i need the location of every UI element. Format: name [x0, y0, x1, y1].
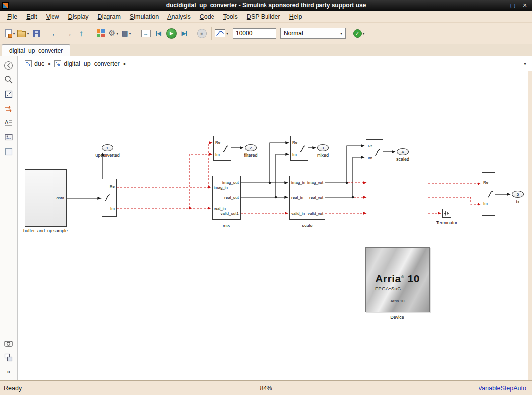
menu-edit[interactable]: Edit [22, 12, 42, 22]
outport-2[interactable]: 2 [245, 144, 257, 151]
block-buffer-and-up-sample[interactable]: data [25, 169, 67, 227]
outport-label: scaled [396, 157, 409, 162]
scope-button[interactable]: ▾ [215, 26, 228, 40]
menu-simulation[interactable]: Simulation [125, 12, 163, 22]
model-explorer-button[interactable]: ▤ ▾ [120, 26, 132, 40]
menu-bar: File Edit View Display Diagram Simulatio… [0, 11, 532, 23]
run-button[interactable]: ▶ [165, 26, 177, 40]
block-terminator[interactable] [442, 209, 451, 218]
signal-route-icon[interactable] [4, 104, 14, 113]
minimize-icon[interactable]: — [497, 2, 504, 9]
callouts-icon[interactable] [4, 352, 14, 362]
tab-bar: digital_up_converter [0, 44, 532, 56]
library-browser-button[interactable] [95, 26, 106, 40]
block-real-imag-to-complex-scaled[interactable]: Re Im [366, 139, 383, 164]
outport-1[interactable]: 1 [102, 144, 113, 151]
menu-analysis[interactable]: Analysis [163, 12, 195, 22]
port-label: real_out [224, 196, 239, 200]
simulation-time-input[interactable] [233, 28, 276, 39]
step-bar-icon [186, 31, 187, 36]
toolbar-separator [91, 27, 91, 40]
breadcrumb-label: duc [34, 60, 44, 67]
toolbar-separator [211, 27, 212, 40]
window-title: duc/digital_up_converter - Simulink spon… [0, 2, 532, 9]
block-real-imag-to-complex-mixed[interactable]: Re Im [290, 136, 308, 161]
port-label: Im [483, 202, 488, 206]
forward-button[interactable]: → [62, 26, 74, 40]
model-configuration-button[interactable]: ⚙ ▾ [107, 26, 119, 40]
outport-3[interactable]: 3 [317, 144, 329, 151]
breadcrumb: duc ▸ digital_up_converter ▸ ▾ [18, 56, 532, 71]
port-label: imag_in [214, 186, 228, 190]
expand-palette-icon[interactable]: » [4, 366, 14, 376]
open-model-button[interactable]: ▾ [17, 26, 29, 40]
block-mix-subsystem[interactable]: imag_out imag_in real_out real_in valid_… [212, 176, 241, 220]
annotation-icon[interactable]: A [4, 118, 14, 128]
viewers-icon[interactable] [4, 339, 14, 348]
svg-text:A: A [5, 119, 9, 125]
model-canvas[interactable]: data buffer_and_up-sample Re Im 1 upconv… [18, 71, 528, 380]
hide-browser-icon[interactable] [4, 60, 14, 70]
step-curve-icon [487, 190, 494, 199]
menu-code[interactable]: Code [195, 12, 219, 22]
step-curve-icon [104, 193, 111, 202]
port-label: valid_in [291, 212, 305, 216]
check-icon: ✓ [353, 29, 362, 38]
step-forward-icon: ▶ [181, 30, 186, 36]
up-to-parent-button[interactable]: ↑ [75, 26, 87, 40]
step-back-button[interactable]: ◀ [153, 26, 164, 40]
block-real-imag-to-complex-filtered[interactable]: Re Im [213, 136, 231, 161]
new-model-button[interactable]: ▾ [4, 26, 16, 40]
menu-file[interactable]: File [3, 12, 22, 22]
menu-view[interactable]: View [42, 12, 64, 22]
block-scale-subsystem[interactable]: imag_in imag_out real_in real_out valid_… [289, 176, 325, 220]
close-icon[interactable]: ✕ [521, 2, 528, 9]
port-label: imag_out [222, 181, 239, 185]
breadcrumb-label: digital_up_converter [64, 60, 120, 67]
outport-label: tx [516, 199, 519, 204]
breadcrumb-dropdown-icon[interactable]: ▾ [524, 61, 526, 66]
breadcrumb-item-digital-up-converter[interactable]: digital_up_converter [54, 60, 120, 67]
step-forward-button[interactable]: ▶ [178, 26, 190, 40]
menu-help[interactable]: Help [285, 12, 307, 22]
image-icon[interactable] [4, 132, 14, 142]
port-label: imag_out [307, 181, 323, 185]
fit-to-view-icon[interactable] [4, 89, 14, 99]
outport-4[interactable]: 4 [397, 148, 409, 155]
outport-label: upconverted [95, 153, 120, 158]
tab-digital-up-converter[interactable]: digital_up_converter [2, 44, 70, 56]
back-arrow-icon: ← [52, 29, 60, 38]
gear-icon: ⚙ [108, 29, 115, 37]
menu-tools[interactable]: Tools [219, 12, 242, 22]
zoom-icon[interactable] [4, 75, 14, 85]
simulation-mode-select[interactable]: Normal ▾ [280, 28, 346, 39]
save-button[interactable] [30, 26, 42, 40]
block-complex-to-real-imag[interactable]: Re Im [102, 179, 117, 217]
block-device-arria10[interactable]: Arria® 10 FPGA•SoC Arria 10 [365, 247, 430, 312]
block-real-imag-to-complex-tx[interactable]: Re Im [482, 172, 495, 216]
block-name: buffer_and_up-sample [23, 228, 68, 233]
solver-name[interactable]: VariableStepAuto [479, 385, 526, 392]
breadcrumb-item-duc[interactable]: duc [25, 60, 44, 67]
tool-palette: A » [0, 56, 18, 380]
port-label: Im [292, 153, 297, 157]
back-button[interactable]: ← [50, 26, 61, 40]
update-diagram-button[interactable]: ✓ ▾ [353, 26, 365, 40]
stop-button[interactable]: ■ [196, 26, 208, 40]
menu-dsp-builder[interactable]: DSP Builder [242, 12, 285, 22]
area-icon[interactable] [4, 147, 14, 157]
port-label: Re [292, 141, 297, 145]
toolbar-separator [46, 27, 46, 40]
menu-diagram[interactable]: Diagram [93, 12, 125, 22]
chevron-down-icon: ▾ [116, 31, 118, 36]
menu-display[interactable]: Display [64, 12, 93, 22]
library-browser-icon [97, 29, 105, 37]
data-inspector-button[interactable]: → [140, 26, 152, 40]
toolbar: ▾ ▾ ← → ↑ ⚙ ▾ ▤ ▾ → ◀ ▶ [0, 23, 532, 44]
open-folder-icon [17, 31, 26, 37]
breadcrumb-separator-icon: ▸ [48, 61, 51, 66]
maximize-icon[interactable]: ▢ [509, 2, 516, 9]
outport-5[interactable]: 5 [512, 191, 524, 198]
simulation-mode-value: Normal [281, 30, 337, 37]
port-label: real_in [214, 207, 226, 211]
